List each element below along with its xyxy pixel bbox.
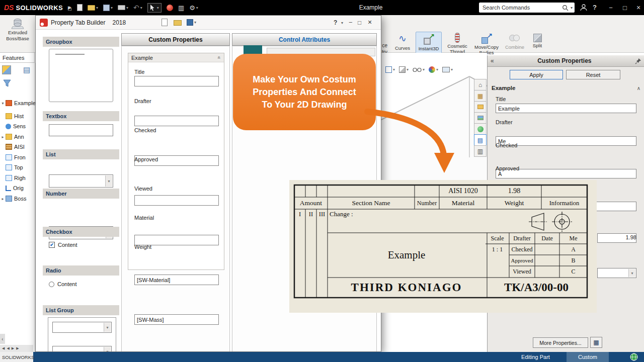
tree-item-sensors[interactable]: Sens	[0, 122, 35, 131]
search-dropdown-icon[interactable]: ▾	[569, 6, 575, 10]
scene-button[interactable]: ▾	[442, 67, 453, 72]
next-tab-icon[interactable]: ▶	[12, 346, 14, 350]
palette-checkbox-preview[interactable]: ✔ Content	[49, 241, 77, 249]
help-icon[interactable]: ?	[593, 4, 597, 11]
reset-button[interactable]: Reset	[566, 70, 620, 79]
field-input[interactable]: [SW-Mass]	[134, 314, 219, 325]
tab-forum[interactable]: ▥	[474, 145, 487, 157]
palette-listgroup-preview[interactable]: ▾ ▾ ▾	[48, 317, 116, 352]
close-button[interactable]: ×	[633, 0, 644, 15]
restore-button[interactable]: □	[619, 0, 631, 15]
pane-example-group-header[interactable]: Example ∧	[492, 83, 640, 93]
field-input[interactable]: [SW-Material]	[134, 275, 219, 285]
palette-checkbox-header[interactable]: Checkbox	[43, 227, 119, 237]
display-style-button[interactable]: ▾	[399, 66, 409, 73]
status-tab-custom[interactable]: Custom	[567, 352, 609, 362]
palette-textbox-header[interactable]: Textbox	[43, 111, 119, 121]
expander-icon[interactable]: ▸	[0, 197, 6, 201]
tree-root-part[interactable]: ▾ Example	[0, 99, 35, 108]
expander-icon[interactable]: ▸	[0, 135, 6, 139]
palette-list-header[interactable]: List	[43, 149, 119, 159]
pane-material-dropdown-partial[interactable]: ▾	[597, 268, 636, 278]
dialog-help-dropdown-icon[interactable]: ▾	[341, 21, 343, 25]
collapse-icon[interactable]: «	[217, 56, 222, 59]
first-tab-icon[interactable]: ◀	[2, 346, 5, 350]
expander-icon[interactable]: ▾	[0, 101, 6, 106]
listgroup-list[interactable]: ▾	[52, 322, 112, 333]
display-pane-icon[interactable]: ▤	[23, 65, 30, 74]
pin-icon[interactable]	[635, 58, 641, 64]
model-tabs-scroller[interactable]: ◀ ◀ ▶ ▶	[0, 345, 33, 352]
appearance-button[interactable]: ▾	[429, 66, 438, 73]
dialog-titlebar[interactable]: Property Tab Builder 2018	[36, 16, 381, 30]
tab-solidworks-resources[interactable]: ⌂	[474, 79, 487, 90]
apply-button[interactable]: Apply	[510, 70, 563, 79]
tree-item-front-plane[interactable]: Fron	[0, 153, 35, 162]
last-tab-icon[interactable]: ▶	[16, 346, 19, 350]
tab-appearances[interactable]	[474, 123, 487, 135]
user-account-icon[interactable]	[580, 4, 588, 12]
tree-item-boss-extrude[interactable]: ▸ Boss	[0, 194, 35, 203]
home-icon[interactable]: ⌂	[67, 4, 72, 12]
undo-button[interactable]: ↶▾	[133, 4, 142, 12]
dialog-help-icon[interactable]: ?	[334, 19, 337, 26]
app-menu[interactable]: DS SOLIDWORKS ▶	[4, 0, 71, 15]
tree-item-material[interactable]: AISI	[0, 142, 35, 151]
tree-item-origin[interactable]: Orig	[0, 184, 35, 193]
dialog-maximize-icon[interactable]: □	[358, 19, 361, 26]
palette-radio-preview[interactable]: Content	[49, 280, 77, 288]
field-input[interactable]	[134, 195, 219, 206]
field-input[interactable]	[134, 116, 219, 126]
dialog-close-icon[interactable]: ×	[368, 18, 372, 26]
tree-item-annotations[interactable]: ▸ Ann	[0, 132, 35, 141]
tool-extruded-boss-base[interactable]: Extruded Boss/Base	[0, 17, 35, 52]
print-button[interactable]: ▾	[118, 5, 128, 10]
select-tool-button[interactable]: ▾	[147, 3, 162, 13]
tab-custom-properties[interactable]: ▤	[474, 134, 487, 146]
palette-textbox-preview[interactable]	[49, 124, 113, 136]
configurations-icon[interactable]	[2, 65, 11, 74]
collapse-group-icon[interactable]: ∧	[637, 85, 640, 91]
dialog-open-icon[interactable]	[174, 20, 182, 26]
view-orientation-button[interactable]: ▾	[385, 66, 395, 73]
properties-manager-button[interactable]: ▦	[590, 337, 602, 348]
more-properties-button[interactable]: More Properties...	[533, 337, 588, 348]
search-commands-box[interactable]: Search Commands ▾	[479, 3, 575, 13]
dialog-save-button[interactable]: ▾	[187, 19, 196, 26]
tab-view-palette[interactable]	[474, 112, 487, 124]
hide-show-button[interactable]: ▾	[413, 67, 425, 72]
tab-features[interactable]: Features	[0, 52, 35, 63]
palette-groupbox-preview[interactable]	[49, 49, 113, 102]
tab-design-library[interactable]: ▦	[474, 90, 487, 102]
palette-number-header[interactable]: Number	[43, 189, 119, 199]
filter-icon[interactable]	[3, 79, 11, 87]
tab-file-explorer[interactable]	[474, 101, 487, 113]
panels-icon[interactable]: ▥	[178, 5, 184, 11]
example-groupbox-header[interactable]: Example «	[128, 53, 224, 62]
pane-field-input[interactable]: Example	[496, 104, 636, 113]
palette-listgroup-header[interactable]: List Group	[43, 305, 119, 315]
palette-list-preview[interactable]: ▾	[49, 174, 113, 188]
example-groupbox[interactable]: Example « Title Drafter Checked Approved…	[128, 53, 224, 270]
tree-item-history[interactable]: Hist	[0, 112, 35, 121]
prev-tab-icon[interactable]: ◀	[7, 346, 9, 350]
new-document-icon[interactable]	[77, 4, 83, 11]
custom-properties-canvas[interactable]: Example « Title Drafter Checked Approved…	[121, 46, 230, 352]
listgroup-list[interactable]: ▾	[52, 346, 112, 352]
tree-item-top-plane[interactable]: Top	[0, 163, 35, 172]
globe-icon[interactable]	[630, 353, 638, 361]
field-input[interactable]	[134, 76, 219, 86]
tree-item-right-plane[interactable]: Righ	[0, 173, 35, 183]
palette-radio-header[interactable]: Radio	[43, 265, 119, 276]
palette-groupbox-header[interactable]: Groupbox	[43, 37, 119, 47]
minimize-button[interactable]: −	[605, 0, 617, 15]
dialog-minimize-icon[interactable]: −	[349, 19, 353, 26]
dialog-new-icon[interactable]	[162, 19, 168, 26]
collapse-pane-icon[interactable]: «	[491, 57, 494, 64]
sphere-icon[interactable]	[167, 5, 173, 11]
open-document-button[interactable]: ▾	[88, 5, 98, 11]
save-button[interactable]: ▾	[103, 5, 113, 11]
pane-scroll-left[interactable]: ‹	[0, 334, 5, 344]
options-button[interactable]: ⚙▾	[189, 5, 198, 11]
dropdown-icon: ▾	[140, 6, 142, 10]
